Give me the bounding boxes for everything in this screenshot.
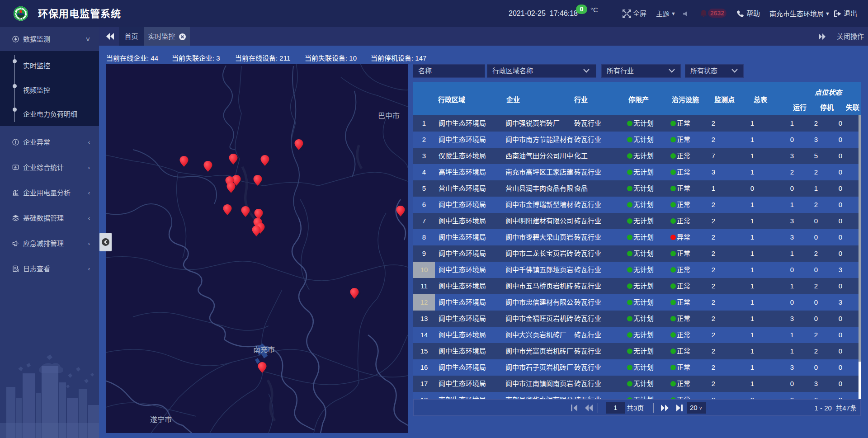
svg-text:巴中市: 巴中市 [378, 112, 400, 120]
svg-text:南充市: 南充市 [253, 346, 275, 353]
svg-text:遂宁市: 遂宁市 [150, 416, 172, 424]
